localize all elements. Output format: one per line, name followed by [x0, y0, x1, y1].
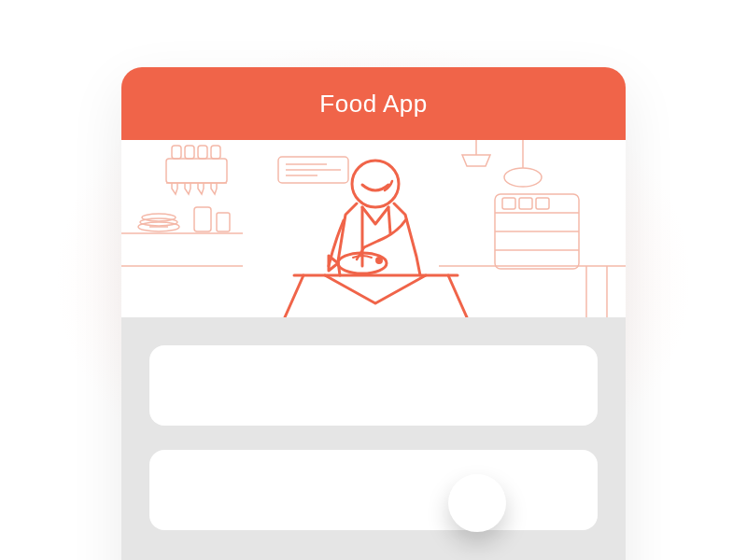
app-title: Food App	[319, 90, 427, 119]
svg-rect-27	[536, 198, 549, 209]
svg-rect-26	[519, 198, 532, 209]
svg-rect-12	[211, 146, 220, 159]
svg-point-4	[142, 214, 176, 221]
svg-rect-11	[198, 146, 207, 159]
floating-action-button[interactable]	[448, 474, 506, 532]
svg-rect-8	[166, 159, 227, 183]
svg-rect-10	[185, 146, 194, 159]
content-list	[121, 317, 626, 560]
device-frame: Food App	[121, 67, 626, 560]
chef-kitchen-illustration	[121, 140, 626, 317]
svg-rect-25	[502, 198, 515, 209]
list-item[interactable]	[149, 345, 598, 426]
list-item[interactable]	[149, 450, 598, 530]
svg-rect-6	[194, 207, 211, 231]
svg-rect-9	[172, 146, 181, 159]
app-header: Food App	[121, 67, 626, 140]
svg-point-34	[377, 259, 382, 263]
svg-point-20	[504, 168, 542, 187]
svg-rect-7	[217, 213, 230, 231]
